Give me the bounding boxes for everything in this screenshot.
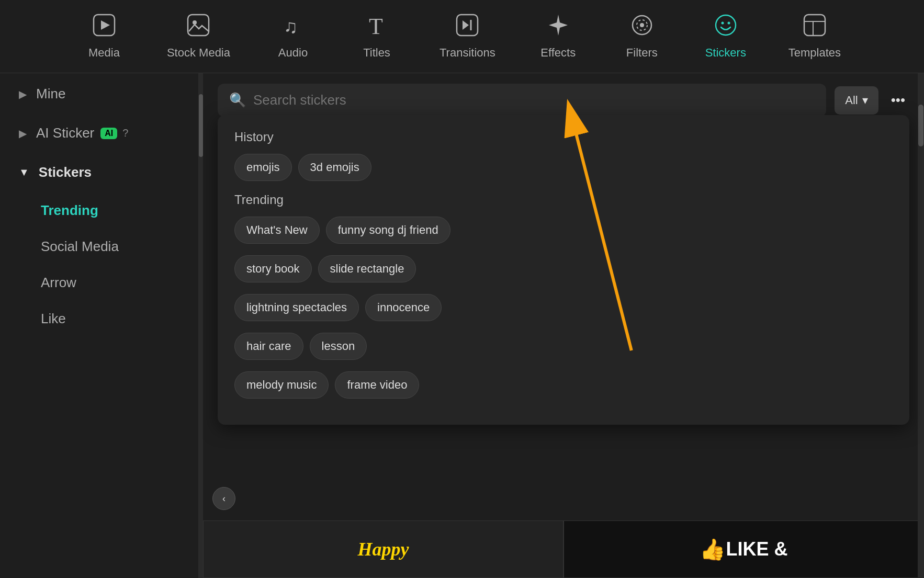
search-bar[interactable]: 🔍	[218, 84, 826, 117]
history-tags: emojis 3d emojis	[234, 154, 893, 181]
sidebar: ▶ Mine ▶ AI Sticker AI ? ▼ Stickers Tren…	[0, 73, 199, 578]
toolbar-item-templates[interactable]: Templates	[768, 5, 862, 68]
tag-funny-song[interactable]: funny song dj friend	[326, 217, 450, 244]
svg-text:T: T	[369, 14, 383, 37]
svg-marker-7	[463, 20, 469, 30]
more-options-button[interactable]: •••	[887, 88, 909, 112]
sidebar-sub-item-like[interactable]: Like	[4, 301, 194, 336]
search-icon: 🔍	[229, 92, 246, 108]
filter-dropdown-button[interactable]: All ▾	[835, 86, 878, 115]
toolbar-item-transitions[interactable]: Transitions	[419, 5, 516, 68]
toolbar-label-stock-media: Stock Media	[167, 46, 230, 60]
tag-melody-music[interactable]: melody music	[234, 371, 329, 399]
tag-lightning-spectacles[interactable]: lightning spectacles	[234, 294, 359, 321]
thumbs-up-icon: 👍	[700, 537, 726, 562]
trending-tags-row-3: lightning spectacles innocence	[234, 294, 893, 321]
sidebar-scrollbar[interactable]	[199, 73, 203, 578]
svg-point-13	[721, 22, 724, 25]
chevron-down-icon: ▼	[19, 166, 29, 178]
trending-tags-row-2: story book slide rectangle	[234, 255, 893, 282]
search-input[interactable]	[253, 92, 815, 108]
effects-icon	[546, 13, 570, 41]
chevron-right-icon-ai: ▶	[19, 127, 27, 140]
chevron-down-icon: ▾	[862, 94, 868, 107]
sticker-preview-like[interactable]: 👍 LIKE &	[564, 520, 924, 578]
filters-icon	[630, 13, 654, 41]
stickers-icon	[714, 13, 738, 41]
content-scrollbar-thumb	[918, 105, 923, 146]
titles-icon: T	[365, 13, 389, 41]
trending-tags-row-4: hair care lesson	[234, 333, 893, 360]
toolbar-label-titles: Titles	[363, 46, 390, 60]
templates-icon	[803, 13, 827, 41]
transitions-icon	[455, 13, 479, 41]
scrollbar-thumb	[199, 94, 203, 157]
tag-emojis[interactable]: emojis	[234, 154, 292, 181]
tag-story-book[interactable]: story book	[234, 255, 312, 282]
sidebar-sub-label-social-media: Social Media	[41, 239, 119, 254]
tag-frame-video[interactable]: frame video	[335, 371, 419, 399]
toolbar-label-stickers: Stickers	[705, 46, 746, 60]
svg-point-11	[640, 23, 644, 27]
bottom-stickers-preview: Happy 👍 LIKE &	[203, 520, 924, 578]
filter-label: All	[845, 94, 858, 107]
sidebar-sub-item-arrow[interactable]: Arrow	[4, 265, 194, 300]
svg-point-14	[727, 22, 730, 25]
tag-hair-care[interactable]: hair care	[234, 333, 303, 360]
tag-lesson[interactable]: lesson	[310, 333, 367, 360]
sidebar-label-mine: Mine	[36, 86, 65, 102]
collapse-panel-button[interactable]: ‹	[212, 487, 235, 510]
search-dropdown: History emojis 3d emojis Trending What's…	[218, 115, 909, 425]
toolbar-label-filters: Filters	[626, 46, 658, 60]
toolbar-label-audio: Audio	[278, 46, 308, 60]
sidebar-sub-label-trending: Trending	[41, 202, 98, 218]
history-label: History	[234, 130, 893, 144]
more-icon: •••	[891, 92, 905, 108]
toolbar-label-effects: Effects	[540, 46, 576, 60]
content-panel: 🔍 All ▾ ••• History emojis 3d emojis	[203, 73, 924, 578]
sticker-preview-happy[interactable]: Happy	[203, 520, 564, 578]
ai-badge: AI	[100, 128, 117, 139]
sidebar-sub-label-arrow: Arrow	[41, 275, 76, 290]
tag-whats-new[interactable]: What's New	[234, 217, 320, 244]
svg-marker-1	[101, 20, 110, 30]
toolbar-item-audio[interactable]: ♫ Audio	[251, 5, 335, 68]
toolbar-label-media: Media	[88, 46, 120, 60]
trending-label: Trending	[234, 192, 893, 207]
svg-rect-15	[804, 15, 825, 36]
sidebar-sub-item-trending[interactable]: Trending	[4, 193, 194, 228]
sticker-like-text: LIKE &	[726, 538, 787, 560]
content-scrollbar[interactable]	[918, 73, 924, 578]
sidebar-label-ai-sticker: AI Sticker	[36, 125, 94, 141]
svg-point-12	[716, 15, 736, 35]
sidebar-label-stickers: Stickers	[39, 164, 92, 180]
toolbar-item-titles[interactable]: T Titles	[335, 5, 419, 68]
toolbar-item-filters[interactable]: Filters	[600, 5, 684, 68]
stock-media-icon	[186, 13, 210, 41]
toolbar-label-transitions: Transitions	[440, 46, 495, 60]
sidebar-sub-label-like: Like	[41, 311, 66, 326]
sidebar-item-stickers[interactable]: ▼ Stickers	[4, 154, 194, 191]
toolbar-item-stickers[interactable]: Stickers	[684, 5, 768, 68]
toolbar-item-media[interactable]: Media	[62, 5, 146, 68]
svg-text:♫: ♫	[284, 16, 298, 37]
chevron-right-icon: ▶	[19, 88, 27, 100]
chevron-left-icon: ‹	[222, 493, 226, 504]
tag-3d-emojis[interactable]: 3d emojis	[298, 154, 371, 181]
tag-slide-rectangle[interactable]: slide rectangle	[318, 255, 416, 282]
tag-innocence[interactable]: innocence	[365, 294, 442, 321]
toolbar: Media Stock Media ♫ Audio T Titles	[0, 0, 924, 73]
svg-rect-2	[188, 15, 209, 36]
toolbar-label-templates: Templates	[788, 46, 841, 60]
sidebar-sub-item-social-media[interactable]: Social Media	[4, 229, 194, 264]
toolbar-item-stock-media[interactable]: Stock Media	[146, 5, 251, 68]
audio-icon: ♫	[281, 13, 305, 41]
toolbar-item-effects[interactable]: Effects	[516, 5, 600, 68]
sticker-happy-text: Happy	[358, 538, 409, 560]
help-icon[interactable]: ?	[122, 127, 128, 139]
sidebar-item-ai-sticker[interactable]: ▶ AI Sticker AI ?	[4, 115, 194, 152]
sidebar-item-mine[interactable]: ▶ Mine	[4, 75, 194, 112]
trending-tags-row-1: What's New funny song dj friend	[234, 217, 893, 244]
trending-tags-row-5: melody music frame video	[234, 371, 893, 399]
media-icon	[92, 13, 116, 41]
